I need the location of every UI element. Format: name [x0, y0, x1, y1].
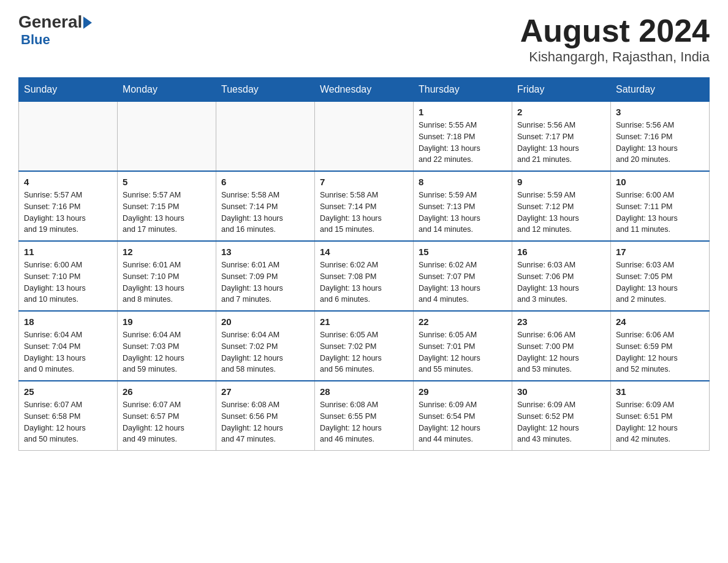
col-wednesday: Wednesday [315, 78, 414, 102]
day-number: 27 [221, 386, 309, 397]
table-row: 3Sunrise: 5:56 AMSunset: 7:16 PMDaylight… [611, 102, 710, 172]
day-number: 5 [123, 177, 211, 187]
table-row: 30Sunrise: 6:09 AMSunset: 6:52 PMDayligh… [512, 381, 611, 451]
table-row: 29Sunrise: 6:09 AMSunset: 6:54 PMDayligh… [414, 381, 512, 451]
day-number: 11 [24, 247, 112, 257]
day-number: 20 [221, 316, 309, 327]
day-number: 23 [517, 316, 605, 327]
table-row: 24Sunrise: 6:06 AMSunset: 6:59 PMDayligh… [611, 311, 710, 381]
table-row [118, 102, 216, 172]
day-number: 7 [320, 177, 408, 187]
day-number: 14 [320, 247, 408, 257]
col-friday: Friday [512, 78, 611, 102]
day-info: Sunrise: 6:03 AMSunset: 7:06 PMDaylight:… [517, 259, 605, 305]
day-number: 13 [221, 247, 309, 257]
logo-arrow-icon [83, 17, 92, 29]
day-number: 24 [616, 316, 704, 327]
table-row [19, 102, 118, 172]
day-info: Sunrise: 5:58 AMSunset: 7:14 PMDaylight:… [320, 190, 408, 236]
day-info: Sunrise: 5:55 AMSunset: 7:18 PMDaylight:… [419, 120, 507, 166]
calendar-week-row: 4Sunrise: 5:57 AMSunset: 7:16 PMDaylight… [19, 171, 710, 241]
day-info: Sunrise: 6:09 AMSunset: 6:51 PMDaylight:… [616, 399, 704, 445]
table-row: 12Sunrise: 6:01 AMSunset: 7:10 PMDayligh… [118, 241, 216, 311]
col-tuesday: Tuesday [216, 78, 315, 102]
day-number: 31 [616, 386, 704, 397]
table-row: 18Sunrise: 6:04 AMSunset: 7:04 PMDayligh… [19, 311, 118, 381]
logo: General Blue [18, 12, 92, 48]
table-row: 20Sunrise: 6:04 AMSunset: 7:02 PMDayligh… [216, 311, 315, 381]
day-number: 6 [221, 177, 309, 187]
table-row: 14Sunrise: 6:02 AMSunset: 7:08 PMDayligh… [315, 241, 414, 311]
table-row: 23Sunrise: 6:06 AMSunset: 7:00 PMDayligh… [512, 311, 611, 381]
table-row: 27Sunrise: 6:08 AMSunset: 6:56 PMDayligh… [216, 381, 315, 451]
col-thursday: Thursday [414, 78, 512, 102]
day-info: Sunrise: 5:59 AMSunset: 7:12 PMDaylight:… [517, 190, 605, 236]
day-info: Sunrise: 6:09 AMSunset: 6:52 PMDaylight:… [517, 399, 605, 445]
day-number: 17 [616, 247, 704, 257]
day-number: 3 [616, 107, 704, 117]
table-row: 28Sunrise: 6:08 AMSunset: 6:55 PMDayligh… [315, 381, 414, 451]
day-number: 30 [517, 386, 605, 397]
day-info: Sunrise: 6:05 AMSunset: 7:01 PMDaylight:… [419, 329, 507, 375]
day-info: Sunrise: 5:56 AMSunset: 7:17 PMDaylight:… [517, 120, 605, 166]
day-info: Sunrise: 6:00 AMSunset: 7:10 PMDaylight:… [24, 259, 112, 305]
day-info: Sunrise: 6:01 AMSunset: 7:10 PMDaylight:… [123, 259, 211, 305]
day-number: 12 [123, 247, 211, 257]
day-info: Sunrise: 6:05 AMSunset: 7:02 PMDaylight:… [320, 329, 408, 375]
table-row: 7Sunrise: 5:58 AMSunset: 7:14 PMDaylight… [315, 171, 414, 241]
day-number: 4 [24, 177, 112, 187]
day-info: Sunrise: 6:04 AMSunset: 7:02 PMDaylight:… [221, 329, 309, 375]
calendar-header-row: Sunday Monday Tuesday Wednesday Thursday… [19, 78, 710, 102]
day-info: Sunrise: 6:07 AMSunset: 6:58 PMDaylight:… [24, 399, 112, 445]
day-info: Sunrise: 6:01 AMSunset: 7:09 PMDaylight:… [221, 259, 309, 305]
table-row: 21Sunrise: 6:05 AMSunset: 7:02 PMDayligh… [315, 311, 414, 381]
table-row: 4Sunrise: 5:57 AMSunset: 7:16 PMDaylight… [19, 171, 118, 241]
day-number: 1 [419, 107, 507, 117]
calendar-week-row: 25Sunrise: 6:07 AMSunset: 6:58 PMDayligh… [19, 381, 710, 451]
title-section: August 2024 Kishangargh, Rajasthan, Indi… [520, 12, 710, 65]
day-info: Sunrise: 6:09 AMSunset: 6:54 PMDaylight:… [419, 399, 507, 445]
table-row: 1Sunrise: 5:55 AMSunset: 7:18 PMDaylight… [414, 102, 512, 172]
day-info: Sunrise: 5:59 AMSunset: 7:13 PMDaylight:… [419, 190, 507, 236]
table-row: 26Sunrise: 6:07 AMSunset: 6:57 PMDayligh… [118, 381, 216, 451]
table-row: 17Sunrise: 6:03 AMSunset: 7:05 PMDayligh… [611, 241, 710, 311]
table-row: 6Sunrise: 5:58 AMSunset: 7:14 PMDaylight… [216, 171, 315, 241]
day-number: 9 [517, 177, 605, 187]
table-row: 2Sunrise: 5:56 AMSunset: 7:17 PMDaylight… [512, 102, 611, 172]
day-info: Sunrise: 5:57 AMSunset: 7:16 PMDaylight:… [24, 190, 112, 236]
day-number: 19 [123, 316, 211, 327]
col-sunday: Sunday [19, 78, 118, 102]
table-row [315, 102, 414, 172]
table-row: 10Sunrise: 6:00 AMSunset: 7:11 PMDayligh… [611, 171, 710, 241]
day-number: 28 [320, 386, 408, 397]
day-number: 2 [517, 107, 605, 117]
day-number: 16 [517, 247, 605, 257]
table-row: 31Sunrise: 6:09 AMSunset: 6:51 PMDayligh… [611, 381, 710, 451]
day-info: Sunrise: 6:04 AMSunset: 7:04 PMDaylight:… [24, 329, 112, 375]
table-row: 5Sunrise: 5:57 AMSunset: 7:15 PMDaylight… [118, 171, 216, 241]
table-row [216, 102, 315, 172]
day-info: Sunrise: 5:56 AMSunset: 7:16 PMDaylight:… [616, 120, 704, 166]
day-info: Sunrise: 5:57 AMSunset: 7:15 PMDaylight:… [123, 190, 211, 236]
day-info: Sunrise: 5:58 AMSunset: 7:14 PMDaylight:… [221, 190, 309, 236]
table-row: 19Sunrise: 6:04 AMSunset: 7:03 PMDayligh… [118, 311, 216, 381]
day-info: Sunrise: 6:03 AMSunset: 7:05 PMDaylight:… [616, 259, 704, 305]
day-info: Sunrise: 6:06 AMSunset: 6:59 PMDaylight:… [616, 329, 704, 375]
calendar-week-row: 1Sunrise: 5:55 AMSunset: 7:18 PMDaylight… [19, 102, 710, 172]
logo-general-text: General [18, 12, 82, 32]
day-number: 8 [419, 177, 507, 187]
day-number: 22 [419, 316, 507, 327]
day-info: Sunrise: 6:04 AMSunset: 7:03 PMDaylight:… [123, 329, 211, 375]
day-number: 15 [419, 247, 507, 257]
day-number: 21 [320, 316, 408, 327]
day-number: 25 [24, 386, 112, 397]
day-number: 18 [24, 316, 112, 327]
day-number: 29 [419, 386, 507, 397]
col-monday: Monday [118, 78, 216, 102]
day-info: Sunrise: 6:08 AMSunset: 6:55 PMDaylight:… [320, 399, 408, 445]
page-header: General Blue August 2024 Kishangargh, Ra… [18, 12, 710, 65]
table-row: 16Sunrise: 6:03 AMSunset: 7:06 PMDayligh… [512, 241, 611, 311]
table-row: 25Sunrise: 6:07 AMSunset: 6:58 PMDayligh… [19, 381, 118, 451]
day-info: Sunrise: 6:06 AMSunset: 7:00 PMDaylight:… [517, 329, 605, 375]
calendar-week-row: 11Sunrise: 6:00 AMSunset: 7:10 PMDayligh… [19, 241, 710, 311]
